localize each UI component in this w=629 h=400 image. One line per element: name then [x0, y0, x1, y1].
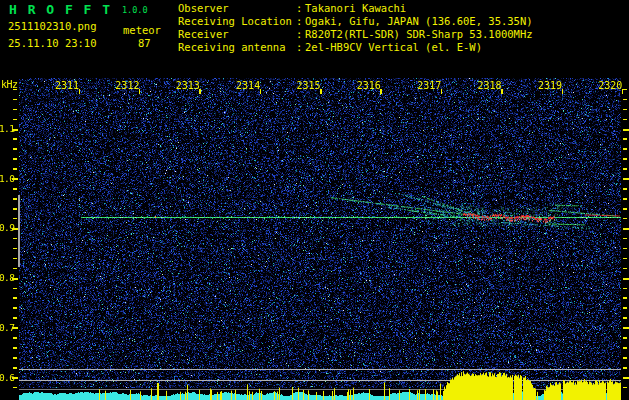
y-axis-tick-label: 1.0: [0, 173, 13, 184]
y-axis-tick-right: [623, 357, 628, 359]
y-axis-tick-right: [623, 268, 628, 270]
y-axis-tick: [13, 168, 17, 170]
y-axis-tick: [13, 238, 17, 240]
y-axis-tick-right: [623, 288, 628, 290]
meteor-echo-count: 87: [138, 37, 151, 49]
y-axis-tick-label: 0.8: [0, 272, 13, 283]
y-axis-tick: [13, 357, 17, 359]
x-axis-tick-label: 2316: [355, 80, 381, 91]
info-value: R820T2(RTL-SDR) SDR-Sharp 53.1000MHz: [305, 28, 533, 41]
y-axis-tick-right: [623, 278, 629, 280]
y-axis-tick-right: [623, 367, 628, 369]
x-axis-tick-label: 2312: [113, 80, 139, 91]
y-axis-tick: [13, 158, 17, 160]
observation-datetime: 25.11.10 23:10: [8, 37, 97, 49]
y-axis-tick-right: [623, 347, 628, 349]
y-axis-tick-right: [623, 317, 628, 319]
x-axis-tick-label: 2314: [234, 80, 260, 91]
info-label: Receiver: [178, 28, 296, 41]
x-axis-tick-label: 2318: [476, 80, 502, 91]
y-axis-tick: [13, 268, 17, 270]
y-axis-tick-right: [623, 327, 629, 329]
y-axis-tick: [13, 188, 17, 190]
app-title: H R O F F T: [9, 2, 112, 17]
y-axis-tick-right: [623, 297, 628, 299]
y-axis-tick: [13, 99, 17, 101]
y-axis-tick-right: [623, 129, 629, 131]
y-axis-tick-label: 0.9: [0, 222, 13, 233]
y-axis-tick: [13, 367, 17, 369]
observation-mode-label: meteor: [123, 24, 161, 36]
y-axis-tick-right: [623, 188, 628, 190]
info-label: Observer: [178, 2, 296, 15]
info-value: Takanori Kawachi: [305, 2, 406, 15]
info-value: 2el-HB9CV Vertical (el. E-W): [305, 41, 482, 54]
y-axis-tick-right: [623, 337, 628, 339]
y-axis-tick: [13, 288, 17, 290]
x-axis-tick-label: 2319: [536, 80, 562, 91]
y-axis-tick: [13, 307, 17, 309]
spectrogram-canvas: [19, 78, 621, 400]
x-axis-tick-label: 2315: [295, 80, 321, 91]
y-axis-tick: [13, 89, 17, 91]
echo-duration-marker: [18, 195, 20, 267]
y-axis-tick-right: [623, 208, 628, 210]
y-axis-tick-right: [623, 218, 628, 220]
info-separator: :: [296, 2, 305, 15]
y-axis-tick: [13, 347, 17, 349]
station-info-block: Observer:Takanori Kawachi Receiving Loca…: [178, 2, 533, 54]
y-axis-tick: [13, 138, 17, 140]
hrofft-window: H R O F F T 1.0.0 2511102310.png meteor …: [0, 0, 629, 400]
y-axis-tick-right: [623, 99, 628, 101]
y-axis-tick-right: [623, 238, 628, 240]
y-axis-tick: [13, 258, 17, 260]
y-axis-tick: [13, 148, 17, 150]
output-filename: 2511102310.png: [8, 20, 97, 32]
y-axis-tick: [13, 208, 17, 210]
y-axis-tick-right: [623, 248, 628, 250]
x-axis-tick-label: 2311: [53, 80, 79, 91]
y-axis-tick-right: [623, 178, 629, 180]
info-label: Receiving Location: [178, 15, 296, 28]
info-row-antenna: Receiving antenna:2el-HB9CV Vertical (el…: [178, 41, 533, 54]
y-axis-tick-right: [623, 377, 629, 379]
y-axis-tick-right: [623, 258, 628, 260]
y-axis-tick-label: 1.1: [0, 123, 13, 134]
y-axis-tick-right: [623, 387, 628, 389]
y-axis-tick-right: [623, 109, 628, 111]
y-axis-tick-right: [623, 158, 628, 160]
info-row-location: Receiving Location:Ogaki, Gifu, JAPAN (1…: [178, 15, 533, 28]
y-axis-tick: [13, 119, 17, 121]
info-row-receiver: Receiver:R820T2(RTL-SDR) SDR-Sharp 53.10…: [178, 28, 533, 41]
y-axis-tick-label: 0.6: [0, 372, 13, 383]
y-axis-tick: [13, 387, 17, 389]
app-version: 1.0.0: [122, 5, 148, 15]
x-axis-tick-label: 2320: [596, 80, 622, 91]
y-axis-tick: [13, 218, 17, 220]
y-axis-tick: [13, 317, 17, 319]
y-axis-tick-right: [623, 307, 628, 309]
info-row-observer: Observer:Takanori Kawachi: [178, 2, 533, 15]
x-axis-tick-label: 2313: [174, 80, 200, 91]
y-axis-tick: [13, 297, 17, 299]
y-axis-tick: [13, 198, 17, 200]
y-axis-tick-right: [623, 119, 628, 121]
info-label: Receiving antenna: [178, 41, 296, 54]
y-axis-tick-label: 0.7: [0, 322, 13, 333]
y-axis-tick: [13, 337, 17, 339]
info-separator: :: [296, 15, 305, 28]
y-axis-tick-right: [623, 198, 628, 200]
x-axis-tick-label: 2317: [415, 80, 441, 91]
y-axis-tick-right: [623, 148, 628, 150]
y-axis-tick-right: [623, 168, 628, 170]
y-axis-tick-right: [623, 228, 629, 230]
info-value: Ogaki, Gifu, JAPAN (136.60E, 35.35N): [305, 15, 533, 28]
y-axis-tick: [13, 248, 17, 250]
y-axis-tick: [13, 109, 17, 111]
info-separator: :: [296, 41, 305, 54]
info-separator: :: [296, 28, 305, 41]
y-axis-tick-right: [623, 138, 628, 140]
